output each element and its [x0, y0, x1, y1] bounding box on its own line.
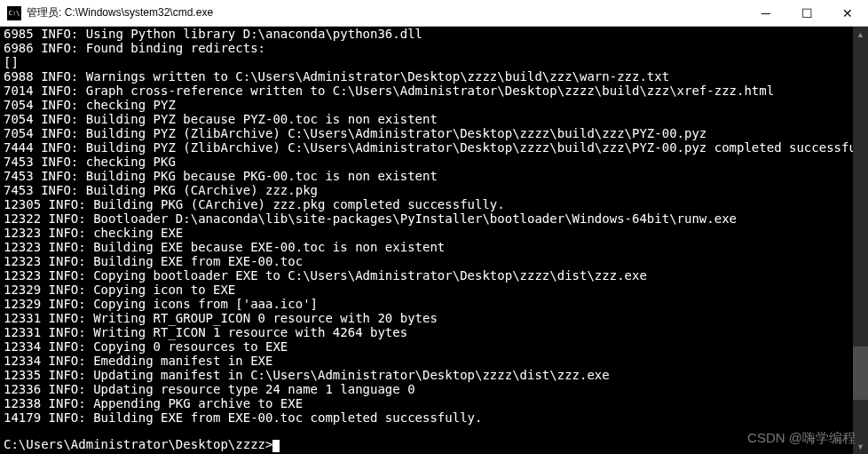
output-line: 12329 INFO: Copying icon to EXE	[4, 283, 864, 297]
output-line: 7453 INFO: checking PKG	[4, 155, 864, 169]
window-titlebar: 管理员: C:\Windows\system32\cmd.exe ─ ☐ ✕	[0, 0, 868, 27]
output-line: []	[4, 55, 864, 69]
output-line: 7054 INFO: Building PYZ because PYZ-00.t…	[4, 112, 864, 126]
window-title: 管理员: C:\Windows\system32\cmd.exe	[27, 5, 213, 20]
output-line: 7054 INFO: checking PYZ	[4, 98, 864, 112]
output-line: 12331 INFO: Writing RT_ICON 1 resource w…	[4, 325, 864, 339]
output-line: 7014 INFO: Graph cross-reference written…	[4, 84, 864, 98]
vertical-scrollbar[interactable]: ▲ ▼	[853, 27, 868, 454]
output-line: 12305 INFO: Building PKG (CArchive) zzz.…	[4, 197, 864, 211]
scrollbar-thumb[interactable]	[853, 346, 868, 400]
close-button[interactable]: ✕	[827, 0, 868, 27]
output-line: 7444 INFO: Building PYZ (ZlibArchive) C:…	[4, 140, 864, 155]
prompt-line[interactable]: C:\Users\Administrator\Desktop\zzzz>	[4, 437, 864, 451]
output-line: 7054 INFO: Building PYZ (ZlibArchive) C:…	[4, 126, 864, 140]
output-line: 7453 INFO: Building PKG because PKG-00.t…	[4, 169, 864, 183]
output-line: 12323 INFO: Building EXE because EXE-00.…	[4, 240, 864, 254]
maximize-button[interactable]: ☐	[786, 0, 827, 27]
terminal-output[interactable]: 6985 INFO: Using Python library D:\anaco…	[0, 27, 868, 454]
output-line: 12336 INFO: Updating resource type 24 na…	[4, 382, 864, 396]
output-line: 6985 INFO: Using Python library D:\anaco…	[4, 27, 864, 41]
output-line: 6986 INFO: Found binding redirects:	[4, 41, 864, 55]
output-line: 12331 INFO: Writing RT_GROUP_ICON 0 reso…	[4, 311, 864, 325]
output-line: 12338 INFO: Appending PKG archive to EXE	[4, 396, 864, 410]
output-line: 12322 INFO: Bootloader D:\anaconda\lib\s…	[4, 211, 864, 226]
output-line: 12334 INFO: Emedding manifest in EXE	[4, 354, 864, 368]
output-line: 12334 INFO: Copying 0 resources to EXE	[4, 339, 864, 354]
output-line: 7453 INFO: Building PKG (CArchive) zzz.p…	[4, 183, 864, 197]
output-line: 14179 INFO: Building EXE from EXE-00.toc…	[4, 410, 864, 425]
output-line: 6988 INFO: Warnings written to C:\Users\…	[4, 69, 864, 84]
output-line: 12323 INFO: Copying bootloader EXE to C:…	[4, 268, 864, 283]
output-line: 12323 INFO: checking EXE	[4, 226, 864, 240]
minimize-button[interactable]: ─	[746, 0, 786, 27]
scroll-up-button[interactable]: ▲	[853, 27, 868, 42]
output-line: 12323 INFO: Building EXE from EXE-00.toc	[4, 254, 864, 268]
cmd-icon	[7, 6, 21, 20]
cursor	[272, 440, 280, 452]
prompt-text: C:\Users\Administrator\Desktop\zzzz>	[4, 437, 272, 451]
output-line: 12335 INFO: Updating manifest in C:\User…	[4, 368, 864, 382]
scroll-down-button[interactable]: ▼	[853, 439, 868, 454]
output-line: 12329 INFO: Copying icons from ['aaa.ico…	[4, 297, 864, 311]
